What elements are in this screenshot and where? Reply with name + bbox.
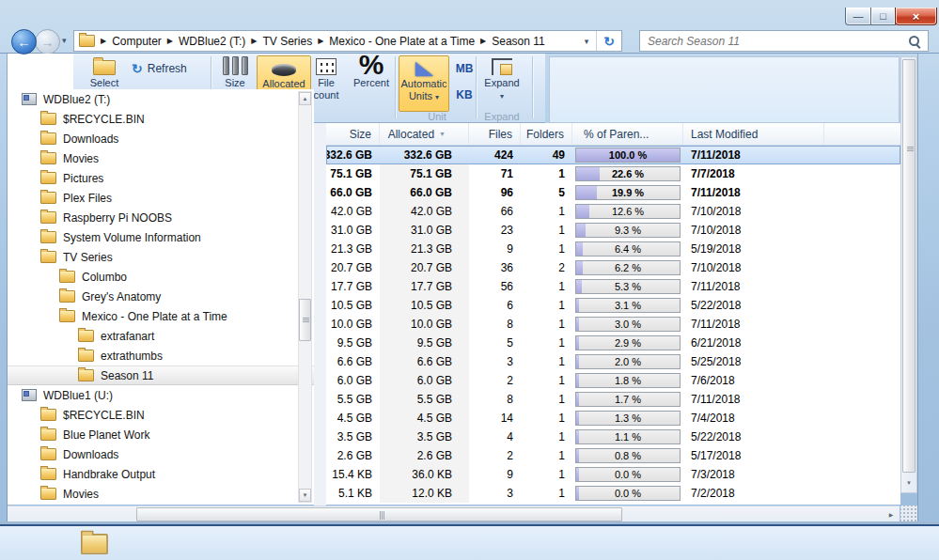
minimize-button[interactable]: — [845, 8, 871, 25]
files-cell: 66 [469, 202, 521, 221]
horizontal-scrollbar[interactable]: ▶ [8, 506, 900, 522]
tree-item[interactable]: Downloads [8, 129, 314, 148]
tree-scrollbar[interactable]: ▲ ▼ [298, 91, 312, 503]
tree-item[interactable]: Downloads [8, 444, 314, 464]
kb-button[interactable]: KB [451, 84, 477, 106]
refresh-button[interactable]: ↻ Refresh [132, 59, 207, 78]
table-row[interactable]: 4.5 GB4.5 GB1411.3 %7/4/2018 [326, 409, 900, 428]
tree-item[interactable]: extrathumbs [8, 346, 314, 366]
column-header[interactable]: % of Paren... [572, 123, 683, 145]
table-row[interactable]: 20.7 GB20.7 GB3626.2 %7/10/2018 [326, 258, 900, 277]
vertical-scrollbar-thumb[interactable] [902, 59, 916, 473]
breadcrumb-item[interactable]: TV Series [263, 35, 313, 48]
modified-cell: 7/4/2018 [683, 409, 824, 428]
scroll-down-button[interactable]: ▼ [902, 476, 916, 490]
size-cell: 42.0 GB [326, 202, 380, 221]
modified-cell: 7/7/2018 [683, 164, 824, 183]
expand-button[interactable]: Expand ▾ [479, 55, 524, 112]
modified-cell: 7/2/2018 [683, 484, 824, 503]
table-row[interactable]: 21.3 GB21.3 GB916.4 %5/19/2018 [326, 240, 900, 258]
tree-item[interactable]: Blue Planet Work [8, 425, 314, 444]
resize-grip[interactable] [900, 506, 917, 522]
table-row[interactable]: 6.6 GB6.6 GB312.0 %5/25/2018 [326, 352, 900, 371]
table-row[interactable]: 15.4 KB36.0 KB910.0 %7/3/2018 [326, 465, 900, 484]
tree-item[interactable]: Plex Files [8, 188, 314, 208]
percent-label: 1.3 % [576, 412, 680, 425]
back-button[interactable]: ← [11, 29, 37, 54]
allocated-cell: 10.0 GB [380, 315, 469, 334]
breadcrumb-item[interactable]: Mexico - One Plate at a Time [329, 35, 475, 48]
refresh-address-button[interactable]: ↻ [596, 31, 621, 51]
modified-cell: 7/11/2018 [683, 183, 824, 202]
allocated-cell: 21.3 GB [380, 240, 469, 258]
table-row[interactable]: 66.0 GB66.0 GB96519.9 %7/11/2018 [326, 183, 900, 202]
ribbon-empty-panel [549, 56, 900, 123]
close-button[interactable]: × [895, 8, 937, 25]
table-row[interactable]: 31.0 GB31.0 GB2319.3 %7/10/2018 [326, 221, 900, 240]
tree-item[interactable]: System Volume Information [8, 227, 314, 247]
percent-label: Percent [353, 77, 389, 88]
tree-item[interactable]: Season 11 [8, 366, 314, 385]
tree-item[interactable]: Movies [8, 484, 314, 504]
percent-bar: 6.2 % [575, 260, 681, 275]
column-header[interactable]: Size [326, 123, 380, 145]
tree-item[interactable]: extrafanart [8, 326, 314, 346]
size-cell: 9.5 GB [326, 334, 380, 352]
search-box[interactable] [639, 30, 929, 52]
tree-item[interactable]: $RECYCLE.BIN [8, 109, 314, 129]
column-header[interactable]: Allocated▼ [380, 123, 469, 145]
column-header[interactable]: Last Modified [683, 123, 824, 145]
table-row[interactable]: 3.5 GB3.5 GB411.1 %5/22/2018 [326, 428, 900, 446]
search-input[interactable] [640, 34, 907, 49]
column-header-label: Allocated [388, 128, 434, 141]
modified-cell: 5/17/2018 [683, 446, 824, 465]
table-row[interactable]: 332.6 GB332.6 GB42449100.0 %7/11/2018 [326, 146, 900, 164]
panel-splitter[interactable] [314, 123, 326, 506]
forward-button[interactable]: → [35, 29, 60, 54]
percent-bar: 22.6 % [575, 166, 681, 181]
table-row[interactable]: 5.5 GB5.5 GB811.7 %7/11/2018 [326, 390, 900, 409]
vertical-scrollbar[interactable]: ▼ [900, 56, 917, 493]
table-row[interactable]: 10.0 GB10.0 GB813.0 %7/11/2018 [326, 315, 900, 334]
history-dropdown-icon[interactable]: ▾ [62, 36, 67, 45]
scroll-right-button[interactable]: ▶ [884, 507, 898, 521]
maximize-button[interactable]: □ [870, 8, 896, 25]
column-header[interactable]: Folders [521, 123, 572, 145]
tree-item[interactable]: WDBlue2 (T:) [8, 89, 314, 109]
table-row[interactable]: 5.1 KB12.0 KB310.0 %7/2/2018 [326, 484, 900, 503]
address-dropdown-icon[interactable]: ▾ [577, 37, 597, 46]
back-icon: ← [18, 35, 31, 50]
table-row[interactable]: 6.0 GB6.0 GB211.8 %7/6/2018 [326, 371, 900, 390]
breadcrumb-item[interactable]: Computer [112, 35, 162, 48]
mb-button[interactable]: MB [451, 57, 477, 80]
table-row[interactable]: 17.7 GB17.7 GB5615.3 %7/11/2018 [326, 277, 900, 296]
table-row[interactable]: 75.1 GB75.1 GB71122.6 %7/7/2018 [326, 164, 900, 183]
table-row[interactable]: 42.0 GB42.0 GB66112.6 %7/10/2018 [326, 202, 900, 221]
table-row[interactable]: 9.5 GB9.5 GB512.9 %6/21/2018 [326, 334, 900, 352]
scroll-up-button[interactable]: ▲ [299, 92, 311, 105]
tree-item[interactable]: Mexico - One Plate at a Time [8, 306, 314, 326]
breadcrumb[interactable]: ▶Computer▶WDBlue2 (T:)▶TV Series▶Mexico … [73, 30, 622, 52]
tree-item[interactable]: Handbrake Output [8, 464, 314, 484]
breadcrumb-item[interactable]: Season 11 [492, 35, 545, 48]
breadcrumb-item[interactable]: WDBlue2 (T:) [179, 35, 245, 48]
tree-item[interactable]: Grey's Anatomy [8, 287, 314, 306]
tree-item[interactable]: Pictures [8, 168, 314, 188]
table-row[interactable]: 2.6 GB2.6 GB210.8 %5/17/2018 [326, 446, 900, 465]
tree-item[interactable]: WDBlue1 (U:) [8, 385, 314, 405]
tree-item[interactable]: $RECYCLE.BIN [8, 405, 314, 425]
tree-item[interactable]: TV Series [8, 247, 314, 267]
scroll-down-button[interactable]: ▼ [299, 489, 311, 502]
horizontal-scrollbar-thumb[interactable] [136, 507, 622, 521]
tree-item[interactable]: Columbo [8, 267, 314, 287]
automatic-units-button[interactable]: Automatic Units ▾ [399, 55, 449, 112]
table-row[interactable]: 10.5 GB10.5 GB613.1 %5/22/2018 [326, 296, 900, 315]
column-header[interactable]: Files [469, 123, 521, 145]
tree-item[interactable]: Movies [8, 148, 314, 168]
percent-bar: 9.3 % [575, 223, 681, 238]
percent-bar: 0.0 % [575, 486, 681, 501]
kb-label: KB [456, 88, 472, 101]
tree-scrollbar-thumb[interactable] [299, 299, 311, 341]
percent-button[interactable]: % Percent [348, 55, 395, 112]
tree-item[interactable]: Raspberry Pi NOOBS [8, 208, 314, 227]
